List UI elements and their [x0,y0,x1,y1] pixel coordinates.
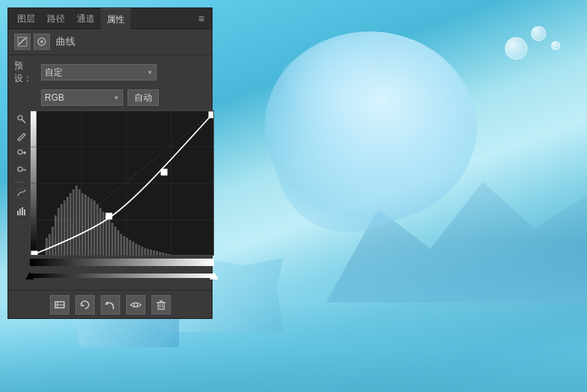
svg-rect-29 [54,215,57,255]
undo-button[interactable] [101,295,120,314]
svg-point-76 [134,303,137,306]
svg-rect-67 [168,254,170,255]
horizontal-gradient [30,259,214,266]
circle-icon-btn[interactable] [34,34,50,50]
slider-track [30,274,214,278]
svg-rect-14 [24,209,25,215]
svg-rect-43 [96,204,98,255]
pencil-tool[interactable] [14,129,29,144]
circle-icon [37,37,47,47]
svg-rect-59 [144,248,146,255]
svg-line-25 [37,113,212,254]
svg-point-5 [18,150,22,154]
channel-dropdown[interactable]: RGB ▼ [41,89,123,106]
delete-button[interactable] [151,295,171,314]
panel-content: 预设： 自定 ▼ RGB ▼ 自动 [8,55,204,290]
svg-rect-34 [69,193,72,255]
channel-row: RGB ▼ 自动 [14,89,198,106]
channel-icon [16,189,27,199]
curves-box [30,110,214,285]
svg-line-4 [22,120,26,124]
clip-button[interactable] [50,295,69,314]
tab-bar: 图层 路径 通道 属性 ≡ [8,8,212,29]
svg-point-8 [18,167,22,171]
remove-point-icon [16,165,27,176]
curves-icon-btn[interactable] [14,34,31,50]
svg-rect-63 [156,251,158,255]
svg-rect-32 [63,200,66,255]
channel-value: RGB [45,92,64,103]
histogram-icon [16,206,27,216]
preset-row: 预设： 自定 ▼ [14,60,198,85]
channel-display-tool[interactable] [14,186,29,201]
undo-icon [104,299,116,311]
bubble-3 [551,41,560,50]
curves-icon [17,37,28,47]
histogram-tool[interactable] [14,203,29,218]
svg-point-2 [40,40,43,43]
svg-rect-66 [165,253,167,255]
h-gradient-row [30,259,214,268]
preset-dropdown[interactable]: 自定 ▼ [41,64,157,80]
auto-button[interactable]: 自动 [128,89,159,106]
preset-value: 自定 [45,66,63,79]
remove-point-tool[interactable] [14,163,29,178]
svg-rect-70 [209,112,213,118]
svg-rect-38 [81,193,84,255]
svg-rect-64 [159,252,161,255]
trash-icon [155,299,167,311]
svg-rect-33 [66,197,69,255]
svg-rect-51 [120,234,122,255]
svg-rect-36 [75,186,78,255]
svg-rect-54 [129,240,131,255]
black-point-slider[interactable] [25,272,34,279]
eye-icon [130,299,142,311]
properties-panel: 图层 路径 通道 属性 ≡ 曲线 预设： [7,7,213,319]
svg-rect-12 [19,209,21,215]
chevron-down-icon: ▼ [147,69,153,76]
panel-menu-icon[interactable]: ≡ [194,13,209,25]
svg-rect-62 [153,250,155,255]
white-point-slider[interactable] [210,272,219,279]
tab-layers[interactable]: 图层 [11,8,41,29]
svg-rect-13 [22,207,23,215]
svg-rect-44 [99,208,101,255]
svg-rect-52 [123,236,125,255]
pencil-icon [16,131,27,142]
svg-rect-77 [158,303,164,309]
svg-rect-30 [57,208,60,255]
select-point-tool[interactable] [14,112,29,127]
svg-rect-50 [117,230,119,255]
tool-separator [14,182,25,183]
svg-rect-39 [84,195,87,255]
svg-rect-40 [87,197,90,255]
reset-button[interactable] [75,295,95,314]
svg-rect-61 [150,250,152,255]
svg-rect-27 [48,234,51,255]
svg-rect-57 [138,245,140,255]
svg-rect-28 [51,227,54,255]
svg-rect-60 [147,249,149,255]
add-point-tool[interactable] [14,146,29,161]
bottom-bar [8,290,212,318]
svg-rect-58 [141,247,143,255]
curves-grid-svg [31,111,213,255]
svg-rect-11 [17,211,19,215]
tab-paths[interactable]: 路径 [41,8,71,29]
tool-strip [14,110,28,285]
svg-rect-26 [45,238,48,255]
select-tool-icon [16,114,27,124]
tab-channels[interactable]: 通道 [71,8,101,29]
svg-rect-53 [126,238,128,255]
curves-container[interactable] [30,110,214,256]
slider-row [30,271,214,281]
svg-rect-45 [102,212,104,255]
bubble-2 [531,26,546,41]
panel-title: 曲线 [56,35,75,48]
preset-label: 预设： [14,60,37,85]
panel-icon-group [14,34,50,50]
tab-properties[interactable]: 属性 [101,8,131,29]
add-point-icon [16,148,27,159]
svg-rect-71 [31,251,37,255]
visibility-button[interactable] [126,295,145,314]
